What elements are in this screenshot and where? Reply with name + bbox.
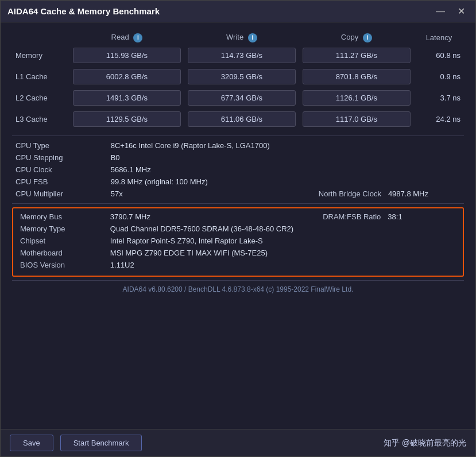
info-value: 8C+16c Intel Core i9 (Raptor Lake-S, LGA… xyxy=(107,140,464,152)
write-cell: 677.34 GB/s xyxy=(184,87,299,109)
info-value: Intel Raptor Point-S Z790, Intel Raptor … xyxy=(107,235,459,247)
highlighted-info-row: Memory Type Quad Channel DDR5-7600 SDRAM… xyxy=(17,223,459,235)
info-value: 57x xyxy=(107,188,266,200)
write-info-icon[interactable]: i xyxy=(248,33,257,42)
info-label: CPU Clock xyxy=(12,164,107,176)
header-latency: Latency xyxy=(414,30,464,45)
highlighted-info-row: Motherboard MSI MPG Z790 EDGE TI MAX WIF… xyxy=(17,247,459,259)
latency-cell: 60.8 ns xyxy=(414,45,464,66)
info-label: CPU FSB xyxy=(12,176,107,188)
info-value: 5686.1 MHz xyxy=(107,164,464,176)
title-bar: AIDA64 Cache & Memory Benchmark — ✕ xyxy=(1,1,475,22)
row-label: L1 Cache xyxy=(12,66,69,87)
info-label: Memory Bus xyxy=(17,211,107,223)
minimize-button[interactable]: — xyxy=(432,6,448,17)
title-bar-controls: — ✕ xyxy=(432,6,469,17)
copy-cell: 8701.8 GB/s xyxy=(299,66,414,87)
cpu-info-table: CPU Type 8C+16c Intel Core i9 (Raptor La… xyxy=(12,140,464,200)
copy-cell: 1126.1 GB/s xyxy=(299,87,414,109)
main-content: Read i Write i Copy i Latency Memory xyxy=(1,22,475,429)
table-row: L3 Cache 1129.5 GB/s 611.06 GB/s 1117.0 … xyxy=(12,109,464,130)
info-label: CPU Multiplier xyxy=(12,188,107,200)
info-value: 1.11U2 xyxy=(107,259,459,271)
window-title: AIDA64 Cache & Memory Benchmark xyxy=(7,6,160,16)
copy-cell: 1117.0 GB/s xyxy=(299,109,414,130)
highlighted-info-row: Memory Bus 3790.7 MHz DRAM:FSB Ratio 38:… xyxy=(17,211,459,223)
bottom-bar: Save Start Benchmark 知乎 @破晓前最亮的光 xyxy=(1,429,475,456)
highlighted-info-row: BIOS Version 1.11U2 xyxy=(17,259,459,271)
info-value2: 4987.8 MHz xyxy=(385,188,464,200)
info-value2: 38:1 xyxy=(384,211,459,223)
watermark-text: 知乎 @破晓前最亮的光 xyxy=(384,438,466,448)
table-row: L2 Cache 1491.3 GB/s 677.34 GB/s 1126.1 … xyxy=(12,87,464,109)
close-button[interactable]: ✕ xyxy=(454,6,469,17)
benchmark-table: Read i Write i Copy i Latency Memory xyxy=(12,30,464,130)
save-button[interactable]: Save xyxy=(10,435,53,451)
info-label: CPU Type xyxy=(12,140,107,152)
latency-cell: 24.2 ns xyxy=(414,109,464,130)
info-row: CPU Clock 5686.1 MHz xyxy=(12,164,464,176)
row-label: L3 Cache xyxy=(12,109,69,130)
header-copy: Copy i xyxy=(299,30,414,45)
info-value: 3790.7 MHz xyxy=(107,211,272,223)
info-value: MSI MPG Z790 EDGE TI MAX WIFI (MS-7E25) xyxy=(107,247,459,259)
info-row: CPU FSB 99.8 MHz (original: 100 MHz) xyxy=(12,176,464,188)
latency-cell: 3.7 ns xyxy=(414,87,464,109)
info-row: CPU Stepping B0 xyxy=(12,152,464,164)
highlighted-info-table: Memory Bus 3790.7 MHz DRAM:FSB Ratio 38:… xyxy=(17,211,459,271)
read-cell: 1129.5 GB/s xyxy=(69,109,184,130)
copy-info-icon[interactable]: i xyxy=(363,33,372,42)
info-label: BIOS Version xyxy=(17,259,107,271)
table-row: Memory 115.93 GB/s 114.73 GB/s 111.27 GB… xyxy=(12,45,464,66)
copy-cell: 111.27 GB/s xyxy=(299,45,414,66)
info-label2: North Bridge Clock xyxy=(266,188,385,200)
header-read: Read i xyxy=(69,30,184,45)
read-info-icon[interactable]: i xyxy=(133,33,142,42)
info-value: 99.8 MHz (original: 100 MHz) xyxy=(107,176,464,188)
read-cell: 6002.8 GB/s xyxy=(69,66,184,87)
info-label: Chipset xyxy=(17,235,107,247)
info-label2: DRAM:FSB Ratio xyxy=(272,211,384,223)
write-cell: 3209.5 GB/s xyxy=(184,66,299,87)
read-cell: 1491.3 GB/s xyxy=(69,87,184,109)
highlighted-section: Memory Bus 3790.7 MHz DRAM:FSB Ratio 38:… xyxy=(12,207,464,277)
write-cell: 114.73 GB/s xyxy=(184,45,299,66)
row-label: L2 Cache xyxy=(12,87,69,109)
footer-text: AIDA64 v6.80.6200 / BenchDLL 4.6.873.8-x… xyxy=(12,280,464,296)
latency-cell: 0.9 ns xyxy=(414,66,464,87)
info-label: Motherboard xyxy=(17,247,107,259)
info-label: CPU Stepping xyxy=(12,152,107,164)
table-row: L1 Cache 6002.8 GB/s 3209.5 GB/s 8701.8 … xyxy=(12,66,464,87)
header-write: Write i xyxy=(184,30,299,45)
info-row: CPU Multiplier 57x North Bridge Clock 49… xyxy=(12,188,464,200)
main-window: AIDA64 Cache & Memory Benchmark — ✕ Read… xyxy=(0,0,476,457)
info-row: CPU Type 8C+16c Intel Core i9 (Raptor La… xyxy=(12,140,464,152)
highlighted-info-row: Chipset Intel Raptor Point-S Z790, Intel… xyxy=(17,235,459,247)
read-cell: 115.93 GB/s xyxy=(69,45,184,66)
info-label: Memory Type xyxy=(17,223,107,235)
write-cell: 611.06 GB/s xyxy=(184,109,299,130)
info-value: Quad Channel DDR5-7600 SDRAM (36-48-48-6… xyxy=(107,223,459,235)
start-benchmark-button[interactable]: Start Benchmark xyxy=(60,435,142,451)
info-value: B0 xyxy=(107,152,464,164)
row-label: Memory xyxy=(12,45,69,66)
